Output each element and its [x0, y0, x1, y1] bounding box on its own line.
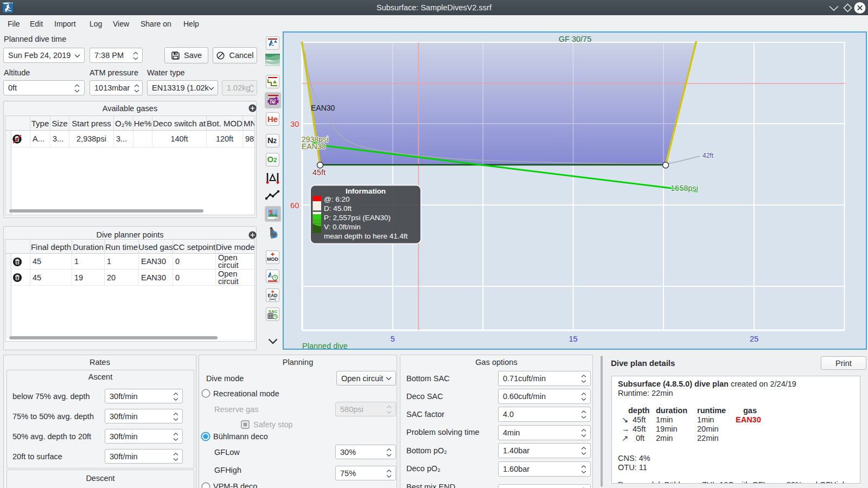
svg-text:D: 45.0ft: D: 45.0ft: [324, 204, 352, 213]
svg-text:GF 30/75: GF 30/75: [559, 35, 591, 43]
svg-text:15: 15: [569, 335, 578, 343]
svg-text:Information: Information: [346, 187, 386, 195]
svg-text:Planned dive: Planned dive: [302, 342, 348, 349]
svg-text:60: 60: [290, 201, 299, 210]
svg-text:42ft: 42ft: [703, 152, 714, 159]
svg-text:1658psi: 1658psi: [671, 184, 698, 192]
svg-text:@: 6:20: @: 6:20: [324, 195, 349, 203]
svg-text:MOD: MOD: [267, 256, 278, 262]
svg-text:30: 30: [290, 119, 299, 129]
svg-text:mean depth to here 41.4ft: mean depth to here 41.4ft: [324, 232, 408, 240]
svg-text:(•••): (•••): [269, 297, 276, 301]
svg-text:EAN30: EAN30: [311, 104, 335, 112]
svg-text:V: 0.0ft/min: V: 0.0ft/min: [324, 223, 361, 231]
svg-text:5: 5: [391, 335, 395, 343]
svg-text:SAC: SAC: [269, 309, 278, 314]
svg-text:EAN30: EAN30: [302, 142, 326, 151]
svg-text:25: 25: [750, 335, 758, 343]
svg-text:P: 2,557psi (EAN30): P: 2,557psi (EAN30): [324, 214, 391, 222]
svg-text:45ft: 45ft: [312, 168, 326, 177]
